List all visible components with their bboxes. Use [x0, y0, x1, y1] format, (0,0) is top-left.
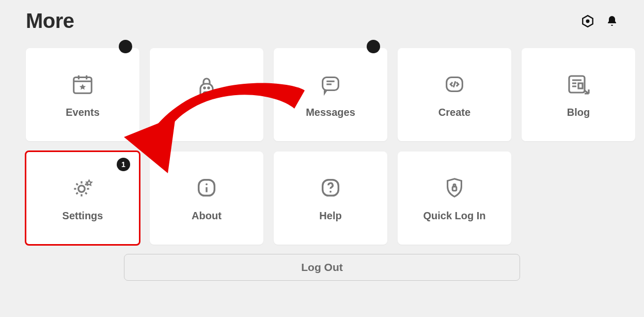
tile-help[interactable]: Help [274, 152, 387, 245]
tile-events[interactable]: Events [26, 48, 139, 141]
svg-rect-10 [578, 83, 583, 88]
badge [367, 40, 380, 53]
question-icon [319, 175, 342, 201]
tile-label: Events [66, 107, 100, 118]
tile-label: Blog [567, 107, 590, 118]
calendar-star-icon [71, 71, 95, 97]
tile-messages[interactable]: Messages [274, 48, 387, 141]
tile-label: About [192, 210, 222, 222]
bell-icon[interactable] [606, 15, 618, 27]
tile-label: Create [438, 107, 470, 118]
tile-inventory[interactable] [150, 48, 263, 141]
gear-icon [70, 175, 96, 201]
svg-point-6 [208, 87, 209, 88]
svg-rect-16 [452, 187, 457, 191]
badge [119, 40, 132, 53]
code-icon [443, 71, 466, 97]
shield-lock-icon [443, 175, 466, 201]
tile-label: Quick Log In [423, 210, 485, 222]
tile-label: Messages [306, 107, 355, 118]
info-icon [195, 175, 218, 201]
header: More [0, 0, 644, 38]
menu-grid: Events Messages [0, 38, 644, 250]
tile-label: Help [319, 210, 341, 222]
message-icon [319, 71, 342, 97]
logout-row: Log Out [0, 250, 644, 281]
log-out-button[interactable]: Log Out [124, 254, 520, 281]
svg-point-1 [586, 19, 590, 23]
svg-point-5 [204, 87, 205, 88]
header-icons [581, 14, 618, 28]
svg-point-11 [78, 185, 85, 192]
tile-blog[interactable]: Blog [522, 48, 635, 141]
news-icon [566, 71, 591, 97]
svg-point-15 [329, 190, 332, 192]
tile-quick-log-in[interactable]: Quick Log In [398, 152, 511, 245]
tile-settings[interactable]: 1 Settings [26, 152, 139, 245]
tile-create[interactable]: Create [398, 48, 511, 141]
svg-rect-4 [203, 92, 210, 96]
robux-icon[interactable] [581, 14, 594, 28]
svg-point-13 [206, 183, 208, 185]
tile-label: Settings [62, 210, 103, 222]
page-title: More [26, 9, 74, 33]
backpack-icon [194, 77, 219, 103]
tile-about[interactable]: About [150, 152, 263, 245]
badge: 1 [117, 158, 130, 171]
